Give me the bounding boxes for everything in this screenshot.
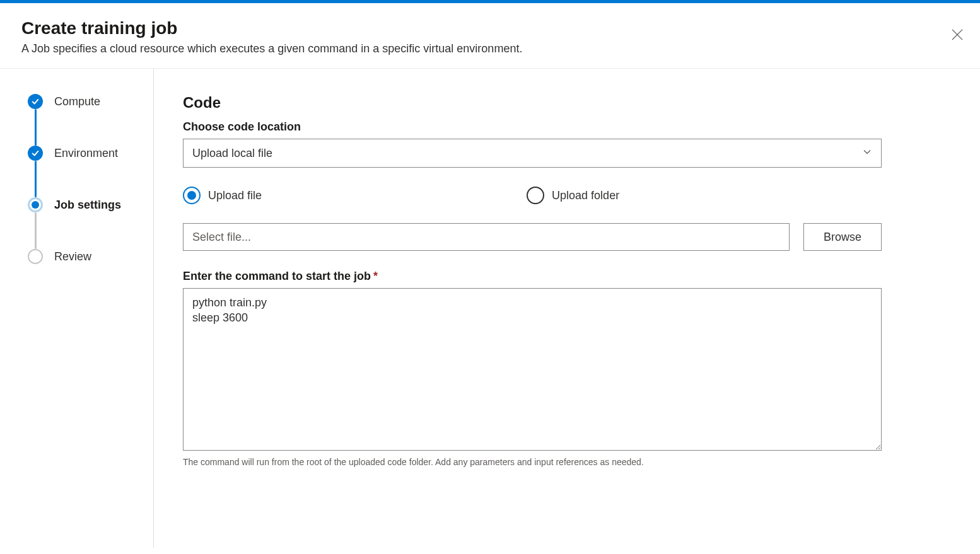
command-helper-text: The command will run from the root of th… — [183, 457, 882, 467]
radio-selected-icon — [183, 187, 201, 204]
upload-type-radio-group: Upload file Upload folder — [183, 187, 882, 204]
step-connector — [35, 212, 37, 249]
radio-label: Upload folder — [552, 189, 619, 202]
wizard-steps-sidebar: Compute Environment Job settings Review — [0, 69, 154, 548]
step-connector — [35, 109, 37, 146]
choose-code-location-label: Choose code location — [183, 120, 882, 134]
wizard-step-job-settings[interactable]: Job settings — [28, 197, 153, 212]
browse-button[interactable]: Browse — [803, 223, 882, 251]
file-path-input[interactable] — [183, 223, 790, 251]
file-select-row: Browse — [183, 223, 882, 251]
main-panel: Code Choose code location Upload file Up… — [154, 69, 911, 548]
check-circle-icon — [28, 94, 43, 109]
code-location-select-wrapper — [183, 139, 882, 168]
step-connector — [35, 161, 37, 197]
wizard-step-compute[interactable]: Compute — [28, 94, 153, 109]
page-header: Create training job A Job specifies a cl… — [0, 3, 980, 69]
upload-file-radio[interactable]: Upload file — [183, 187, 262, 204]
radio-label: Upload file — [208, 189, 262, 202]
step-label: Job settings — [54, 199, 121, 212]
page-subtitle: A Job specifies a cloud resource which e… — [21, 42, 959, 55]
code-section-title: Code — [183, 94, 882, 112]
required-indicator: * — [373, 270, 378, 282]
wizard-step-environment[interactable]: Environment — [28, 146, 153, 161]
close-icon — [952, 29, 963, 42]
current-step-icon — [28, 197, 43, 212]
command-label-text: Enter the command to start the job — [183, 270, 371, 282]
command-label: Enter the command to start the job* — [183, 270, 882, 283]
close-button[interactable] — [947, 26, 967, 46]
command-textarea[interactable] — [183, 288, 882, 451]
step-label: Review — [54, 250, 91, 263]
code-location-select[interactable] — [183, 139, 882, 168]
check-circle-icon — [28, 146, 43, 161]
radio-unselected-icon — [527, 187, 544, 204]
step-label: Environment — [54, 147, 118, 160]
wizard-step-review[interactable]: Review — [28, 249, 153, 264]
step-label: Compute — [54, 95, 100, 108]
page-title: Create training job — [21, 18, 959, 38]
upload-folder-radio[interactable]: Upload folder — [527, 187, 619, 204]
upcoming-step-icon — [28, 249, 43, 264]
